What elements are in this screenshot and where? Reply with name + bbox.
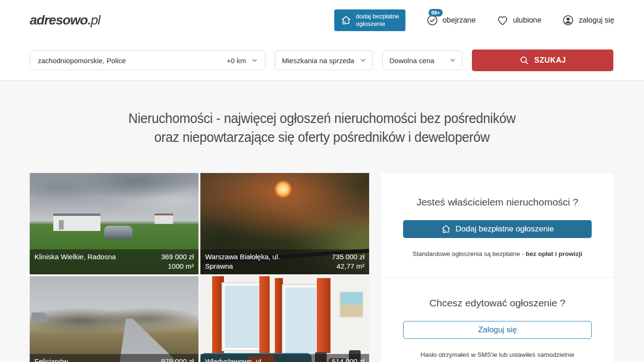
listing-price-area: 514 000 zł xyxy=(332,357,364,362)
logo-main: adresowo xyxy=(30,13,88,27)
listing-overlay: Władysławowo, ul. 514 000 zł xyxy=(200,354,369,362)
location-input[interactable]: zachodniopomorskie, Police +0 km xyxy=(30,50,265,70)
owner-note-bold: bez opłat i prowizji xyxy=(526,250,582,257)
heart-icon xyxy=(496,14,509,26)
photo-wall-art xyxy=(340,292,363,317)
chevron-down-icon xyxy=(449,57,456,64)
sidebar-add-listing-button[interactable]: Dodaj bezpłatne ogłoszenie xyxy=(403,220,592,238)
edit-heading: Chcesz edytować ogłoszenie ? xyxy=(403,297,592,309)
listing-location: Felicjanów xyxy=(34,357,68,362)
photo-curtain xyxy=(317,278,330,353)
photo-road xyxy=(30,276,198,362)
listing-price: 514 000 zł xyxy=(332,357,364,362)
listing-price-area: 735 000 zł 42,77 m² xyxy=(332,252,364,271)
price-value: Dowolna cena xyxy=(389,57,434,65)
listing-photo xyxy=(30,276,198,362)
listing-area: 1000 m² xyxy=(168,262,194,270)
page-title-line2: oraz niepowtarzające się oferty pośredni… xyxy=(154,129,489,145)
listing-price: 369 000 zł xyxy=(161,253,194,261)
listing-card[interactable]: Warszawa Białołęka, ul. Sprawna 735 000 … xyxy=(200,173,369,274)
listing-card[interactable]: Władysławowo, ul. 514 000 zł xyxy=(200,276,369,362)
header-actions: dodaj bezpłatneogłoszenie 99+ obejrzane xyxy=(334,9,614,32)
owner-section: Jesteś właścicielem nieruchomości ? Doda… xyxy=(380,173,614,277)
sidebar-card: Jesteś właścicielem nieruchomości ? Doda… xyxy=(380,173,614,362)
radius-dropdown[interactable]: +0 km xyxy=(227,57,258,65)
listing-overlay: Kliniska Wielkie, Radosna 369 000 zł 100… xyxy=(30,249,198,274)
owner-note-regular: Standardowe ogłoszenia są bezpłatne - xyxy=(413,250,526,257)
search-icon xyxy=(519,55,529,66)
photo-curtain xyxy=(259,276,269,355)
listing-price-area: 979 000 zł xyxy=(161,357,194,362)
check-circle-icon: 99+ xyxy=(426,14,438,26)
add-listing-label-line1: dodaj bezpłatne xyxy=(356,13,399,20)
sidebar-login-button[interactable]: Zaloguj się xyxy=(403,321,592,339)
viewed-label: obejrzane xyxy=(443,16,476,25)
house-plus-icon xyxy=(340,15,352,26)
listing-overlay: Felicjanów 979 000 zł xyxy=(30,354,198,362)
listing-location: Warszawa Białołęka, ul. Sprawna xyxy=(205,252,302,271)
search-bar: zachodniopomorskie, Police +0 km Mieszka… xyxy=(0,41,644,80)
search-button[interactable]: SZUKAJ xyxy=(472,49,613,71)
favorites-label: ulubione xyxy=(513,16,542,25)
page-title-line1: Nieruchomości - najwięcej ogłoszeń nieru… xyxy=(128,110,515,126)
chevron-down-icon xyxy=(359,57,367,64)
category-select[interactable]: Mieszkania na sprzeda xyxy=(275,50,373,70)
photo-window xyxy=(223,283,261,350)
add-listing-label: dodaj bezpłatneogłoszenie xyxy=(356,13,399,28)
edit-note: Hasło otrzymałeś w SMS'ie lub ustawiłeś … xyxy=(403,351,592,358)
listing-price-area: 369 000 zł 1000 m² xyxy=(161,252,194,271)
user-icon xyxy=(562,14,574,26)
logo-tld: pl xyxy=(91,13,100,27)
page: adresowo.pl dodaj bezpłatneogłoszenie xyxy=(0,0,644,362)
main-content: Nieruchomości - najwięcej ogłoszeń nieru… xyxy=(0,81,644,362)
category-value: Mieszkania na sprzeda xyxy=(282,57,354,65)
login-label: zaloguj się xyxy=(578,16,614,25)
sidebar-add-listing-label: Dodaj bezpłatne ogłoszenie xyxy=(455,224,554,234)
add-listing-button[interactable]: dodaj bezpłatneogłoszenie xyxy=(334,9,405,32)
photo-house xyxy=(155,214,173,224)
house-plus-icon xyxy=(441,224,451,234)
top-bar: adresowo.pl dodaj bezpłatneogłoszenie xyxy=(0,0,644,41)
viewed-link[interactable]: 99+ obejrzane xyxy=(426,14,476,26)
listing-card[interactable]: Felicjanów 979 000 zł xyxy=(30,276,198,362)
edit-section: Chcesz edytować ogłoszenie ? Zaloguj się… xyxy=(380,277,614,362)
listing-location: Kliniska Wielkie, Radosna xyxy=(34,252,116,271)
header: adresowo.pl dodaj bezpłatneogłoszenie xyxy=(0,0,644,81)
listing-area: 42,77 m² xyxy=(337,262,364,270)
owner-note: Standardowe ogłoszenia są bezpłatne - be… xyxy=(403,250,592,257)
chevron-down-icon xyxy=(251,57,258,64)
listing-photo xyxy=(200,276,369,362)
listing-price: 735 000 zł xyxy=(332,253,364,261)
photo-building xyxy=(53,214,100,231)
listings-grid: Kliniska Wielkie, Radosna 369 000 zł 100… xyxy=(30,173,369,362)
viewed-count-badge: 99+ xyxy=(429,9,443,16)
listing-location: Władysławowo, ul. xyxy=(205,357,263,362)
photo-window xyxy=(283,285,318,356)
listing-overlay: Warszawa Białołęka, ul. Sprawna 735 000 … xyxy=(200,249,369,274)
photo-car xyxy=(104,226,133,239)
logo[interactable]: adresowo.pl xyxy=(30,13,100,28)
favorites-link[interactable]: ulubione xyxy=(496,14,542,26)
photo-curtain xyxy=(275,278,283,355)
content-row: Kliniska Wielkie, Radosna 369 000 zł 100… xyxy=(30,173,614,362)
listing-card[interactable]: Kliniska Wielkie, Radosna 369 000 zł 100… xyxy=(30,173,198,274)
photo-house xyxy=(32,313,49,321)
add-listing-label-line2: ogłoszenie xyxy=(356,20,385,27)
listing-price: 979 000 zł xyxy=(161,357,194,362)
price-select[interactable]: Dowolna cena xyxy=(382,50,462,70)
page-title: Nieruchomości - najwięcej ogłoszeń nieru… xyxy=(26,81,619,147)
sidebar-login-label: Zaloguj się xyxy=(478,325,517,335)
login-link[interactable]: zaloguj się xyxy=(562,14,614,26)
search-button-label: SZUKAJ xyxy=(534,56,566,65)
radius-value: +0 km xyxy=(227,57,246,65)
owner-heading: Jesteś właścicielem nieruchomości ? xyxy=(403,197,592,208)
location-value: zachodniopomorskie, Police xyxy=(38,57,126,65)
